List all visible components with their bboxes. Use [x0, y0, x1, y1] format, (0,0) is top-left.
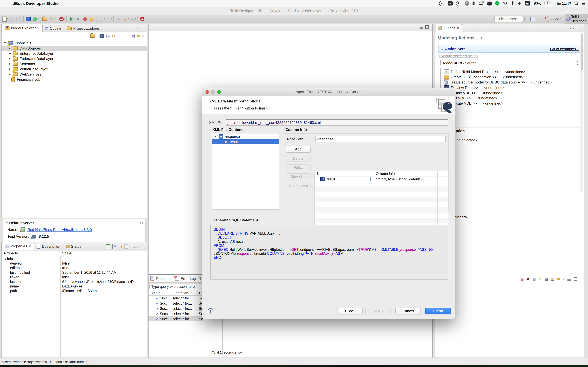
cancel-button[interactable]: Cancel [395, 308, 421, 314]
tab-outline[interactable]: ▤ Outline [43, 25, 64, 32]
window-title-bar[interactable]: Teiid Designer - JBoss Developer Studio … [0, 7, 588, 15]
remote-systems-icon[interactable]: ≡ [25, 16, 31, 22]
tree-item-webservices[interactable]: ▶ WebServices [1, 72, 147, 77]
delete-button[interactable]: Delete [286, 155, 311, 162]
minimize-icon[interactable] [134, 247, 138, 248]
new-wizard-icon[interactable]: ✦ [1, 16, 8, 22]
redhat-central-icon[interactable] [58, 16, 64, 22]
delete-icon[interactable]: ✕ [527, 277, 530, 281]
column-status[interactable]: Status [148, 291, 171, 295]
column-value[interactable]: Value [60, 251, 71, 255]
action-sets-header[interactable]: ▼ Action Sets Go to examples... [438, 45, 582, 53]
edit-button[interactable]: Edit... [286, 164, 311, 171]
collapse-twistie[interactable]: ▼ [3, 42, 6, 44]
collapse-twistie[interactable]: ▼ [6, 222, 9, 224]
bluetooth-icon[interactable] [511, 1, 514, 6]
minimize-icon[interactable] [420, 27, 423, 29]
tab-error-log[interactable]: × Error Log [173, 276, 198, 281]
tab-problems[interactable]: Problems [148, 276, 173, 281]
query-row[interactable]: ✓Succ...select * fro...Se [148, 295, 203, 301]
memory-menu-item[interactable]: MEM61% [478, 1, 484, 6]
action-set-dropdown[interactable]: Model JDBC Source ∧∨ [440, 60, 581, 66]
action-preview-data[interactable]: 🏃 Preview Data >><undefined> [441, 85, 581, 90]
onepassword-menu-icon[interactable]: 1 [456, 1, 461, 6]
maximize-icon[interactable] [140, 245, 143, 248]
expand-twistie[interactable]: ▶ [8, 67, 11, 70]
view-menu-icon[interactable]: ▽ [130, 245, 132, 248]
minimize-window-icon[interactable] [211, 90, 215, 94]
debug-icon[interactable]: ✳ [75, 16, 81, 22]
grid-icon[interactable]: ▦ [532, 277, 536, 281]
close-icon[interactable]: × [37, 26, 39, 30]
property-row-derived[interactable]: derivedfalse [1, 261, 147, 266]
tab-description[interactable]: Description [34, 242, 63, 250]
execute-action-link[interactable]: Execute selected action [439, 54, 478, 58]
publish-icon[interactable]: ⇪ [105, 16, 111, 22]
view-menu-icon[interactable]: ▽ [563, 277, 565, 280]
keyboard-menu-icon[interactable]: ▮▮▮ [525, 1, 530, 6]
back-icon[interactable]: ← [117, 34, 121, 38]
maximize-icon[interactable] [140, 26, 143, 29]
filters-icon[interactable]: ⫯⫰ [198, 276, 201, 280]
minimize-icon[interactable] [570, 28, 574, 29]
back-arrow-icon[interactable]: ⬅ [115, 16, 121, 22]
query-row[interactable]: ✓Succ...select * fro...Se [148, 311, 203, 316]
xml-file-field[interactable]: jboss-helloworld-rs_rest_json43224527023… [226, 119, 448, 126]
tab-guides[interactable]: Guides× [435, 24, 462, 32]
tree-item-enterprisedatalayer[interactable]: ▶ EnterpriseDataLayer [1, 51, 147, 56]
wifi-icon[interactable] [503, 1, 508, 6]
ordinal-checkbox[interactable] [370, 177, 374, 181]
column-row-result[interactable]: C result ordinal, type = string, default… [315, 176, 448, 182]
restore-value-icon[interactable]: ⇉ [120, 244, 122, 249]
edit-icon[interactable]: ✎ [539, 277, 542, 281]
edit-pencil-icon[interactable]: ✎ [48, 16, 54, 22]
scrollbar-thumb[interactable] [581, 34, 583, 71]
server-name-link[interactable]: Red Hat JBoss Data Virtualization 6.3.0 [27, 227, 92, 232]
view-menu-icon[interactable]: ▽ [142, 34, 144, 38]
guides-heading-row[interactable]: Modeling Actions... ▼ [435, 33, 584, 40]
query-row[interactable]: ✓Succ...select * fro...Se [148, 301, 203, 306]
dialog-title-bar[interactable]: Import From REST Web Service Source [202, 88, 455, 96]
build-icon[interactable]: ⌂ [98, 16, 104, 22]
sort-icon[interactable]: ↓az [106, 34, 110, 38]
expand-twistie[interactable]: ▶ [8, 52, 11, 55]
property-row-location[interactable]: location/Users/cvanball/Projects/jbds910… [1, 279, 147, 284]
tab-model-explorer[interactable]: M Model Explorer× [1, 24, 43, 32]
next-annotation-icon[interactable]: ➡ [129, 16, 135, 22]
column-name-header[interactable]: Name [315, 172, 374, 175]
results-column-divider[interactable] [222, 319, 223, 355]
maximize-icon[interactable] [576, 26, 579, 29]
minimize-icon[interactable] [568, 279, 571, 281]
expand-twistie[interactable]: ▶ [8, 47, 11, 50]
tree-item-financials-vdb[interactable]: Financials.vdb [1, 77, 147, 82]
table-icon[interactable]: ▦ [520, 277, 524, 281]
notification-center-icon[interactable]: ☰ [582, 1, 586, 6]
action-define-teiid-model-project[interactable]: ✦ Define Teiid Model Project >><undefine… [441, 69, 581, 75]
perspective-teiid[interactable]: Teiid Designer [565, 14, 588, 24]
spotlight-search-icon[interactable] [574, 1, 579, 6]
property-row-path[interactable]: path/Financials/DataSources [1, 288, 147, 293]
expand-twistie[interactable]: ▶ [8, 73, 11, 75]
new-property-icon[interactable] [124, 244, 128, 249]
volume-icon[interactable] [517, 1, 521, 6]
save-all-icon[interactable] [16, 16, 22, 22]
finish-button[interactable]: Finish [425, 308, 451, 314]
property-row-editable[interactable]: editabletrue [1, 266, 147, 270]
action-edit-vdb[interactable]: t VDB >><undefined> [441, 96, 581, 101]
column-property[interactable]: Property [1, 251, 60, 255]
query-row[interactable]: ✓Succ...select * fro...Se [148, 306, 203, 311]
tree-mode-icon[interactable]: ⊟ [112, 244, 117, 249]
go-to-examples-link[interactable]: Go to examples... [550, 47, 579, 51]
query-expression-input[interactable]: Type query expression here [149, 284, 202, 289]
action-define-vdb[interactable]: fine VDB >><undefined> [441, 90, 581, 96]
property-row-info[interactable]: ▼Info [1, 256, 147, 261]
display-menu-icon[interactable] [472, 1, 475, 6]
sync-check-icon[interactable]: ✓ [495, 1, 500, 6]
app-menu-title[interactable]: JBoss Developer Studio [13, 1, 59, 6]
docker-menu-icon[interactable]: ≋ [448, 1, 452, 6]
column-operation[interactable]: Operation [171, 291, 197, 295]
tree-item-schemas[interactable]: ▶ Schemas [1, 61, 147, 66]
move-up-button[interactable]: Move Up [286, 173, 311, 180]
property-row-name[interactable]: nameDataSources [1, 284, 147, 288]
tree-item-virtualbaselayer[interactable]: ▶ VirtualBaseLayer [1, 66, 147, 72]
